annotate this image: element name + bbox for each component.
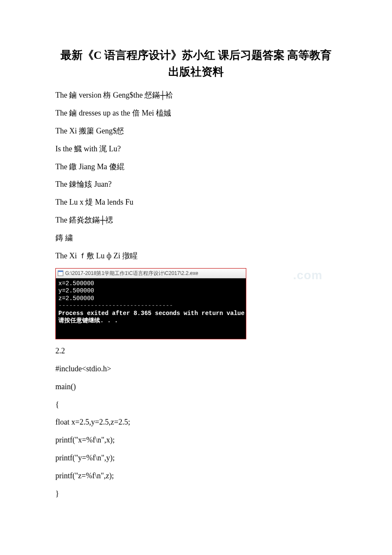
terminal-window: G:\2017-2018第1学期工作1\C语言程序设计\C2017\2.2.ex… xyxy=(55,268,246,339)
text-line: The Xi 搬簘 Geng$惄 xyxy=(55,125,337,137)
code-line: printf("z=%f\n",z); xyxy=(55,470,337,482)
text-line: Is the 鱵 with 浘 Lu? xyxy=(55,143,337,155)
watermark-text: .com xyxy=(293,266,323,284)
text-line: The 錬惀姟 Juan? xyxy=(55,179,337,191)
text-line: The 鏀 dresses up as the 偣 Mei 榼娍 xyxy=(55,107,337,119)
terminal-titlebar: G:\2017-2018第1学期工作1\C语言程序设计\C2017\2.2.ex… xyxy=(56,269,246,278)
code-line: printf("y=%f\n",y); xyxy=(55,452,337,464)
code-line: { xyxy=(55,399,337,411)
terminal-title-text: G:\2017-2018第1学期工作1\C语言程序设计\C2017\2.2.ex… xyxy=(65,269,244,278)
text-line: The Lu x 煶 Ma lends Fu xyxy=(55,197,337,208)
text-line: 鏄 繍 xyxy=(55,232,337,244)
terminal-output-line: y=2.500000 xyxy=(58,287,243,295)
terminal-separator: -------------------------------- xyxy=(58,302,243,310)
code-line: float x=2.5,y=2.5,z=2.5; xyxy=(55,416,337,428)
text-line: The 鏀 version 栴 Geng$the 惄鏋┼袷 xyxy=(55,90,337,101)
terminal-body: x=2.500000 y=2.500000 z=2.500000 -------… xyxy=(56,278,246,339)
body-text: The 鏀 version 栴 Geng$the 惄鏋┼袷 The 鏀 dres… xyxy=(55,90,337,500)
terminal-output-line: Process exited after 8.365 seconds with … xyxy=(58,310,243,318)
code-line: printf("x=%f\n",x); xyxy=(55,434,337,446)
page-content: 最新《C 语言程序设计》苏小红 课后习题答案 高等教育出版社资料 The 鏀 v… xyxy=(0,0,392,523)
svg-rect-1 xyxy=(58,271,63,272)
code-line: #include<stdio.h> xyxy=(55,363,337,375)
page-title: 最新《C 语言程序设计》苏小红 课后习题答案 高等教育出版社资料 xyxy=(55,47,337,80)
terminal-output-line: x=2.500000 xyxy=(58,280,243,288)
window-icon xyxy=(58,270,63,276)
terminal-prompt-line: 请按任意键继续. . . xyxy=(58,317,243,325)
code-line: } xyxy=(55,488,337,500)
code-line: main() xyxy=(55,381,337,393)
section-label: 2.2 xyxy=(55,345,337,357)
terminal-output-line: z=2.500000 xyxy=(58,295,243,303)
text-line: The 鏾 Jiang Ma 傻緄 xyxy=(55,161,337,173)
text-line: The 鎝烡敜鏋┼禗 xyxy=(55,214,337,226)
text-line: The Xi ｆ敷 Lu ф Zi 撴睲 xyxy=(55,250,337,262)
